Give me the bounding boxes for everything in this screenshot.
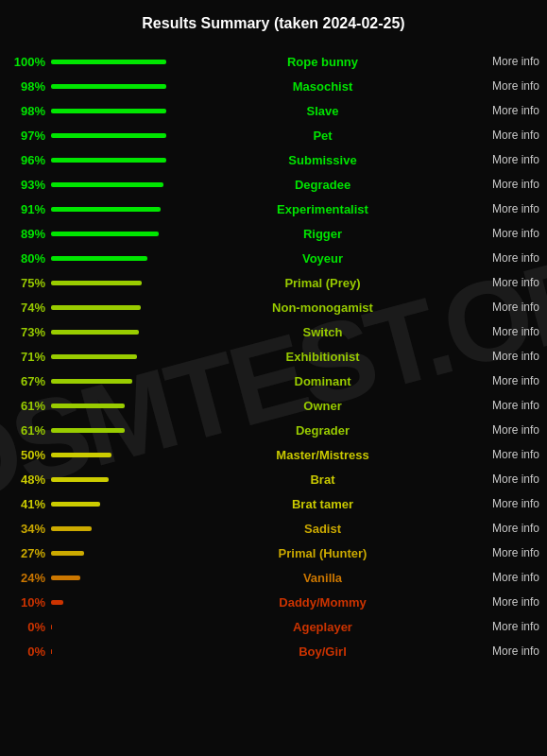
bar [51, 133, 166, 138]
role-label: Master/Mistress [174, 448, 471, 462]
more-info-button[interactable]: More info [471, 497, 539, 510]
bar-container [51, 182, 174, 187]
role-label: Ageplayer [174, 620, 471, 634]
table-row: 50% Master/Mistress More info [8, 442, 539, 467]
bar-container [51, 330, 174, 335]
more-info-button[interactable]: More info [471, 644, 539, 658]
bar [51, 477, 109, 482]
percent-value: 91% [8, 202, 51, 216]
table-row: 75% Primal (Prey) More info [8, 270, 539, 295]
more-info-button[interactable]: More info [471, 251, 539, 265]
bar [51, 379, 132, 384]
more-info-button[interactable]: More info [471, 153, 539, 166]
bar-container [51, 404, 174, 408]
bar [51, 404, 125, 408]
more-info-button[interactable]: More info [471, 55, 539, 68]
table-row: 89% Rigger More info [8, 221, 539, 246]
bar [51, 576, 80, 580]
more-info-button[interactable]: More info [471, 79, 539, 93]
table-row: 48% Brat More info [8, 467, 539, 491]
role-label: Brat tamer [174, 497, 471, 511]
percent-value: 98% [8, 104, 51, 118]
bar-container [51, 551, 174, 556]
percent-value: 24% [8, 571, 51, 585]
more-info-button[interactable]: More info [471, 522, 539, 535]
bar-container [51, 453, 174, 457]
table-row: 61% Owner More info [8, 393, 539, 418]
percent-value: 41% [8, 497, 51, 511]
role-label: Exhibitionist [174, 350, 471, 364]
more-info-button[interactable]: More info [471, 350, 539, 363]
bar [51, 625, 52, 629]
bar-container [51, 477, 174, 482]
table-row: 98% Masochist More info [8, 74, 539, 98]
bar [51, 207, 161, 212]
percent-value: 67% [8, 374, 51, 388]
table-row: 61% Degrader More info [8, 418, 539, 442]
more-info-button[interactable]: More info [471, 301, 539, 314]
bar [51, 649, 52, 654]
table-row: 10% Daddy/Mommy More info [8, 590, 539, 614]
more-info-button[interactable]: More info [471, 571, 539, 584]
more-info-button[interactable]: More info [471, 227, 539, 240]
bar [51, 109, 166, 113]
table-row: 91% Experimentalist More info [8, 197, 539, 221]
bar [51, 354, 137, 359]
bar-container [51, 600, 174, 605]
more-info-button[interactable]: More info [471, 202, 539, 215]
role-label: Vanilla [174, 571, 471, 585]
page-title: Results Summary (taken 2024-02-25) [8, 11, 539, 36]
bar-container [51, 232, 174, 236]
table-row: 93% Degradee More info [8, 172, 539, 197]
bar-container [51, 576, 174, 580]
bar [51, 60, 166, 64]
bar [51, 453, 111, 457]
percent-value: 50% [8, 448, 51, 462]
percent-value: 96% [8, 153, 51, 167]
more-info-button[interactable]: More info [471, 104, 539, 117]
role-label: Non-monogamist [174, 301, 471, 315]
bar [51, 182, 163, 187]
percent-value: 97% [8, 129, 51, 143]
more-info-button[interactable]: More info [471, 129, 539, 142]
percent-value: 93% [8, 178, 51, 192]
table-row: 0% Ageplayer More info [8, 614, 539, 639]
more-info-button[interactable]: More info [471, 399, 539, 412]
more-info-button[interactable]: More info [471, 595, 539, 609]
more-info-button[interactable]: More info [471, 374, 539, 387]
bar [51, 551, 84, 556]
role-label: Voyeur [174, 251, 471, 266]
role-label: Degrader [174, 423, 471, 438]
percent-value: 0% [8, 644, 51, 659]
percent-value: 48% [8, 472, 51, 487]
bar [51, 330, 139, 335]
more-info-button[interactable]: More info [471, 178, 539, 191]
bar-container [51, 207, 174, 212]
results-list: 100% Rope bunny More info 98% Masochist … [8, 49, 539, 663]
percent-value: 10% [8, 595, 51, 610]
bar-container [51, 281, 174, 285]
more-info-button[interactable]: More info [471, 276, 539, 289]
more-info-button[interactable]: More info [471, 448, 539, 461]
role-label: Switch [174, 325, 471, 339]
bar-container [51, 354, 174, 359]
bar [51, 281, 142, 285]
table-row: 27% Primal (Hunter) More info [8, 541, 539, 565]
more-info-button[interactable]: More info [471, 546, 539, 559]
percent-value: 98% [8, 79, 51, 94]
role-label: Owner [174, 399, 471, 413]
bar [51, 428, 125, 433]
table-row: 0% Boy/Girl More info [8, 639, 539, 663]
bar [51, 84, 166, 89]
role-label: Masochist [174, 79, 471, 94]
role-label: Primal (Hunter) [174, 546, 471, 560]
bar-container [51, 305, 174, 310]
bar-container [51, 60, 174, 64]
bar [51, 232, 159, 236]
table-row: 34% Sadist More info [8, 516, 539, 541]
more-info-button[interactable]: More info [471, 620, 539, 633]
bar-container [51, 133, 174, 138]
more-info-button[interactable]: More info [471, 423, 539, 437]
more-info-button[interactable]: More info [471, 325, 539, 338]
more-info-button[interactable]: More info [471, 472, 539, 486]
